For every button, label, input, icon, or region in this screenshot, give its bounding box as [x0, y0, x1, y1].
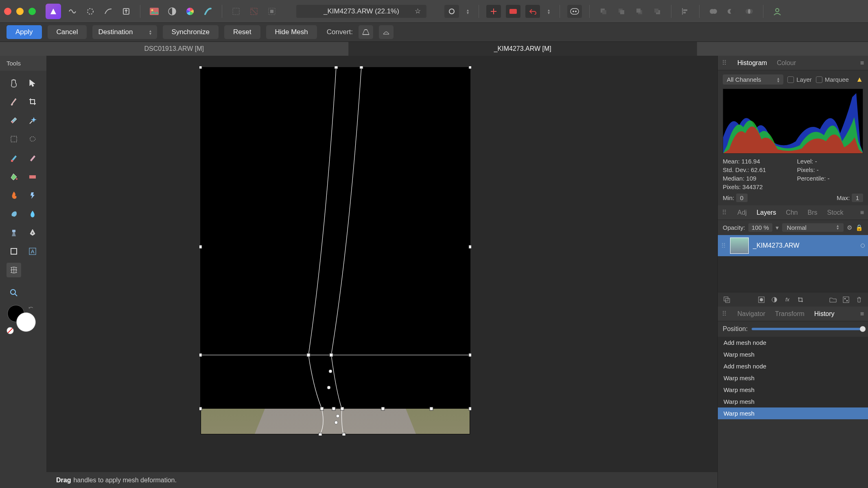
panel-grip-icon[interactable]: ⠿	[722, 59, 727, 67]
swap-colors-icon[interactable]: ⤺	[28, 304, 33, 311]
quick-mask-button[interactable]	[444, 5, 459, 18]
pen-tool[interactable]	[25, 225, 40, 240]
mesh-warp-tool[interactable]	[7, 263, 21, 277]
text-tool[interactable]: A	[25, 244, 40, 259]
align-left-icon[interactable]	[679, 5, 692, 18]
history-item[interactable]: Warp mesh	[718, 372, 868, 384]
dodge-tool[interactable]	[25, 188, 40, 203]
group-icon[interactable]	[828, 295, 838, 305]
zoom-window-button[interactable]	[28, 8, 36, 15]
convert-perspective-icon[interactable]	[359, 25, 373, 39]
crop-layer-icon[interactable]	[796, 295, 805, 305]
record-button[interactable]	[506, 5, 520, 18]
foreground-color-swatch[interactable]	[16, 312, 36, 332]
marquee-tool[interactable]	[7, 132, 21, 146]
panel-menu-icon[interactable]: ≡	[860, 59, 864, 67]
healing-tool[interactable]	[7, 113, 21, 128]
tab-colour[interactable]: Colour	[775, 58, 798, 68]
hand-tool[interactable]	[7, 76, 21, 90]
tab-navigator[interactable]: Navigator	[736, 309, 767, 319]
layer-checkbox[interactable]: Layer	[787, 76, 812, 83]
bool-intersect-icon[interactable]	[743, 5, 756, 18]
undo-button[interactable]	[525, 5, 540, 18]
document-title[interactable]: _KIM4273.ARW (22.1%) ☆	[296, 5, 426, 18]
document-tab-1[interactable]: _KIM4273.ARW [M]	[349, 42, 697, 56]
layer-visibility-toggle[interactable]	[861, 244, 865, 248]
gradient-tool[interactable]	[25, 169, 40, 184]
persona-tone-icon[interactable]	[102, 5, 115, 18]
history-item[interactable]: Add mesh node	[718, 360, 868, 372]
close-window-button[interactable]	[4, 8, 11, 15]
persona-export-icon[interactable]	[120, 5, 133, 18]
history-item[interactable]: Warp mesh	[718, 349, 868, 360]
reset-button[interactable]: Reset	[224, 25, 260, 39]
eraser-tool[interactable]	[25, 150, 40, 165]
merge-icon[interactable]	[722, 295, 732, 305]
account-icon[interactable]	[771, 5, 784, 18]
fx-icon[interactable]: fx	[783, 295, 792, 305]
clone-tool[interactable]	[7, 225, 21, 240]
synchronize-button[interactable]: Synchronize	[163, 25, 219, 39]
dropdown-chevron-icon[interactable]: ▴▾	[545, 5, 552, 18]
gear-icon[interactable]: ⚙	[847, 224, 852, 231]
document-tab-0[interactable]: DSC01913.ARW [M]	[0, 42, 349, 56]
zoom-tool[interactable]	[7, 285, 21, 300]
tab-histogram[interactable]: Histogram	[736, 58, 769, 68]
delete-layer-icon[interactable]	[854, 295, 864, 305]
invert-selection-icon[interactable]	[265, 5, 278, 18]
no-color-icon[interactable]	[7, 327, 14, 334]
paint-brush-tool[interactable]	[7, 150, 21, 165]
fill-tool[interactable]	[7, 169, 21, 184]
app-logo-icon[interactable]	[46, 4, 61, 19]
panel-grip-icon[interactable]: ⠿	[722, 310, 727, 318]
minimize-window-button[interactable]	[16, 8, 24, 15]
hide-mesh-button[interactable]: Hide Mesh	[266, 25, 317, 39]
deselect-icon[interactable]	[247, 5, 260, 18]
bool-subtract-icon[interactable]	[725, 5, 738, 18]
persona-liquify-icon[interactable]	[66, 5, 79, 18]
history-item[interactable]: Warp mesh	[718, 384, 868, 396]
select-all-icon[interactable]	[230, 5, 243, 18]
brush-stroke-icon[interactable]	[201, 5, 214, 18]
convert-quad-icon[interactable]	[379, 25, 394, 39]
layer-row[interactable]: ⠿ _KIM4273.ARW	[718, 235, 868, 256]
history-item[interactable]: Warp mesh	[718, 407, 868, 419]
arrange-back-icon[interactable]	[597, 5, 610, 18]
crop-tool[interactable]	[25, 94, 40, 109]
tab-brushes[interactable]: Brs	[806, 207, 819, 218]
dropdown-chevron-icon[interactable]: ▴▾	[464, 5, 471, 18]
persona-develop-icon[interactable]	[84, 5, 97, 18]
history-position-slider[interactable]	[752, 328, 863, 330]
document-image[interactable]	[201, 68, 470, 434]
snapping-button[interactable]	[486, 5, 501, 18]
add-pixel-layer-icon[interactable]	[841, 295, 851, 305]
shape-tool[interactable]	[7, 244, 21, 259]
mask-icon[interactable]	[756, 295, 766, 305]
mesh-mode-select[interactable]: Destination ▴▾	[92, 25, 157, 39]
max-field[interactable]: 1	[852, 194, 863, 202]
color-wheel-icon[interactable]	[184, 5, 197, 18]
image-icon[interactable]	[148, 5, 161, 18]
blend-mode-select[interactable]: Normal ▴▾	[782, 223, 844, 232]
tab-transform[interactable]: Transform	[773, 309, 806, 319]
opacity-chevron-icon[interactable]: ▾	[776, 224, 779, 231]
history-item[interactable]: Add mesh node	[718, 337, 868, 349]
panel-menu-icon[interactable]: ≡	[860, 209, 864, 216]
channel-select[interactable]: All Channels ▴▾	[723, 74, 783, 85]
marquee-checkbox[interactable]: Marquee	[816, 76, 849, 83]
lock-icon[interactable]: 🔒	[855, 224, 863, 231]
smudge-tool[interactable]	[7, 207, 21, 221]
tab-history[interactable]: History	[813, 309, 836, 319]
panel-menu-icon[interactable]: ≡	[860, 310, 864, 318]
opacity-value[interactable]: 100 %	[748, 223, 772, 232]
tab-adjustments[interactable]: Adj	[736, 207, 748, 218]
apply-button[interactable]: Apply	[7, 25, 42, 39]
history-item[interactable]: Warp mesh	[718, 396, 868, 407]
arrange-front-icon[interactable]	[651, 5, 664, 18]
arrange-backward-icon[interactable]	[615, 5, 628, 18]
burn-tool[interactable]	[7, 188, 21, 203]
tab-stock[interactable]: Stock	[826, 207, 845, 218]
blur-tool[interactable]	[25, 207, 40, 221]
layer-drag-handle-icon[interactable]: ⠿	[721, 242, 726, 250]
canvas[interactable]: Drag handles to apply mesh deformation.	[46, 56, 717, 488]
